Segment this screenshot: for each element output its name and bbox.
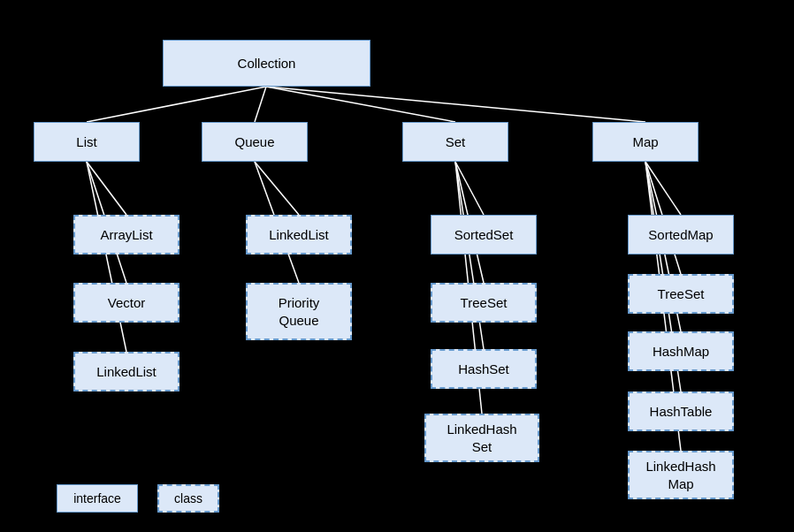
arraylist-node: ArrayList <box>73 215 179 255</box>
queue-node: Queue <box>202 122 308 162</box>
treeset-node: TreeSet <box>431 283 537 323</box>
linkedlist-list-node: LinkedList <box>73 352 179 391</box>
svg-line-6 <box>87 162 126 352</box>
vector-node: Vector <box>73 283 179 323</box>
legend-class: class <box>157 484 219 513</box>
svg-line-7 <box>255 162 299 215</box>
sortedmap-node: SortedMap <box>628 215 734 255</box>
hashmap-node: HashMap <box>628 331 734 371</box>
diagram: Collection List Queue Set Map ArrayList … <box>0 0 794 532</box>
svg-line-13 <box>645 162 681 215</box>
linkedhashmap-node: LinkedHashMap <box>628 451 734 499</box>
svg-line-2 <box>266 87 455 122</box>
linkedlist-queue-node: LinkedList <box>246 215 352 255</box>
hashset-node: HashSet <box>431 349 537 389</box>
collection-node: Collection <box>163 40 370 87</box>
svg-line-3 <box>266 87 645 122</box>
map-node: Map <box>592 122 699 162</box>
svg-line-9 <box>455 162 484 215</box>
priorityqueue-node: PriorityQueue <box>246 283 352 340</box>
svg-line-1 <box>255 87 266 122</box>
treemap-node: TreeSet <box>628 274 734 314</box>
svg-line-4 <box>87 162 126 215</box>
list-node: List <box>34 122 140 162</box>
linkedhashset-node: LinkedHashSet <box>424 414 539 462</box>
legend-interface: interface <box>57 484 138 513</box>
hashtable-node: HashTable <box>628 391 734 431</box>
sortedset-node: SortedSet <box>431 215 537 255</box>
svg-line-0 <box>87 87 266 122</box>
set-node: Set <box>402 122 508 162</box>
